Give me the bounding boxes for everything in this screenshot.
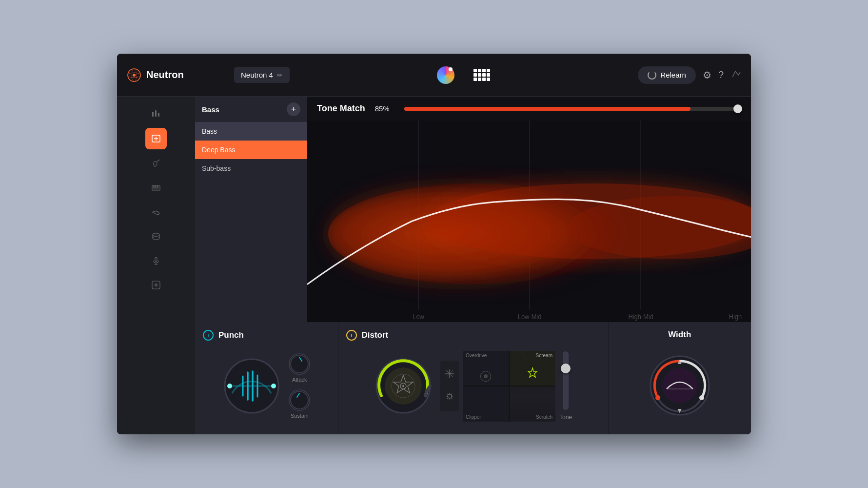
help-button[interactable]: ? <box>718 69 724 81</box>
sidebar-item-drum[interactable] <box>145 225 167 247</box>
relearn-button[interactable]: Relearn <box>638 66 696 84</box>
sustain-knob[interactable] <box>289 389 310 411</box>
tone-match-percent: 85% <box>375 104 390 113</box>
punch-panel: I Punch <box>195 322 338 434</box>
tone-slider[interactable] <box>563 351 569 410</box>
scratch-label: Scratch <box>536 414 552 420</box>
punch-power-toggle[interactable]: I <box>203 330 214 341</box>
distort-grid-area: Overdrive Scream <box>440 351 572 422</box>
attack-knob-wrap: Attack <box>289 353 310 383</box>
panel-area: Bass + Bass Deep Bass Sub-bass Tone Matc… <box>195 97 751 434</box>
svg-point-25 <box>153 237 159 240</box>
instrument-list-title: Bass <box>202 105 219 114</box>
preset-selector[interactable]: Neutron 4 ✏ <box>234 67 290 83</box>
sidebar-item-guitar[interactable] <box>145 152 167 174</box>
svg-rect-26 <box>155 257 157 262</box>
settings-button[interactable]: ⚙ <box>703 69 711 81</box>
compressor-icon <box>151 133 161 144</box>
instrument-list-header: Bass + <box>195 97 307 122</box>
punch-panel-header: I Punch <box>203 330 330 341</box>
width-up-arrow[interactable]: ▲ <box>676 358 683 366</box>
route-button[interactable] <box>730 68 741 81</box>
distort-panel-content: Overdrive Scream <box>346 346 600 427</box>
header-right: Relearn ⚙ ? <box>638 66 741 84</box>
svg-point-50 <box>227 384 232 388</box>
sparkle-icon <box>444 368 455 379</box>
distort-type-icons <box>440 361 459 411</box>
tone-match-slider[interactable] <box>404 107 741 111</box>
attack-label: Attack <box>292 377 307 383</box>
distort-main-knob[interactable] <box>374 357 433 415</box>
sidebar-item-vocal[interactable] <box>145 250 167 271</box>
width-main-knob[interactable]: ▲ ▼ <box>648 354 711 417</box>
svg-point-69 <box>655 395 660 400</box>
bottom-panels: I Punch <box>195 322 751 434</box>
add-icon <box>151 280 161 290</box>
svg-marker-67 <box>528 368 537 377</box>
relearn-label: Relearn <box>660 71 686 79</box>
route-icon <box>730 68 741 79</box>
distort-panel-title: Distort <box>362 330 389 340</box>
distort-power-toggle[interactable]: I <box>346 330 357 341</box>
list-item[interactable]: Bass <box>195 122 307 141</box>
distort-type-sparkle[interactable] <box>444 368 455 381</box>
svg-point-71 <box>662 368 697 403</box>
svg-point-51 <box>271 384 276 388</box>
neutron-logo-icon <box>127 68 141 82</box>
attack-knob-svg <box>290 354 309 374</box>
tone-match-title: Tone Match <box>317 103 365 114</box>
drum-icon <box>151 231 161 242</box>
header: Neutron Neutron 4 ✏ Relearn ⚙ <box>117 54 751 97</box>
svg-point-21 <box>157 211 158 212</box>
svg-point-20 <box>156 211 157 212</box>
app-window: Neutron Neutron 4 ✏ Relearn ⚙ <box>117 54 751 434</box>
tone-control: Tone <box>559 351 572 421</box>
punch-knob-svg <box>222 357 281 415</box>
edit-preset-icon: ✏ <box>277 71 283 79</box>
visual-mode-icon <box>437 66 454 84</box>
logo-area: Neutron <box>127 68 234 82</box>
visual-mode-button[interactable] <box>435 64 456 86</box>
svg-point-19 <box>154 211 155 212</box>
svg-rect-17 <box>155 185 157 188</box>
svg-rect-6 <box>158 113 159 117</box>
distort-panel: I Distort <box>338 322 609 434</box>
punch-panel-title: Punch <box>218 330 244 340</box>
sidebar-item-compressor[interactable] <box>145 128 167 149</box>
sidebar-item-equalizer[interactable] <box>145 103 167 125</box>
list-item[interactable]: Sub-bass <box>195 159 307 178</box>
svg-point-61 <box>402 385 404 387</box>
distort-type-grid: Overdrive Scream <box>463 351 555 422</box>
app-name: Neutron <box>146 69 184 81</box>
distort-cell-clipper[interactable]: Clipper <box>463 386 509 422</box>
attack-knob[interactable] <box>289 353 310 375</box>
distort-type-gear[interactable] <box>444 391 455 404</box>
sidebar-item-trumpet[interactable] <box>145 201 167 223</box>
guitar-icon <box>151 158 161 168</box>
width-panel-title: Width <box>668 330 691 340</box>
sidebar-item-keys[interactable] <box>145 177 167 198</box>
punch-power-icon: I <box>208 333 209 338</box>
svg-rect-16 <box>153 185 155 188</box>
svg-rect-4 <box>152 112 154 117</box>
relearn-icon <box>648 71 656 80</box>
width-down-arrow[interactable]: ▼ <box>676 407 683 414</box>
distort-cell-scream[interactable]: Scream <box>510 351 555 386</box>
top-panel: Bass + Bass Deep Bass Sub-bass Tone Matc… <box>195 97 751 322</box>
svg-rect-18 <box>157 185 158 188</box>
punch-main-knob[interactable] <box>222 357 281 415</box>
overdrive-indicator <box>480 371 491 382</box>
header-center <box>290 64 638 86</box>
distort-cell-overdrive[interactable]: Overdrive <box>463 351 509 386</box>
list-item[interactable]: Deep Bass <box>195 141 307 159</box>
svg-point-70 <box>699 395 704 400</box>
svg-point-1 <box>133 74 136 77</box>
sidebar-item-add[interactable] <box>145 274 167 296</box>
preset-name: Neutron 4 <box>241 71 273 79</box>
distort-cell-scratch[interactable]: Scratch <box>510 386 555 422</box>
grid-mode-button[interactable] <box>471 64 493 86</box>
sustain-knob-svg <box>290 390 309 410</box>
overdrive-label: Overdrive <box>466 353 487 358</box>
clipper-label: Clipper <box>466 414 481 420</box>
add-instrument-button[interactable]: + <box>287 102 300 116</box>
